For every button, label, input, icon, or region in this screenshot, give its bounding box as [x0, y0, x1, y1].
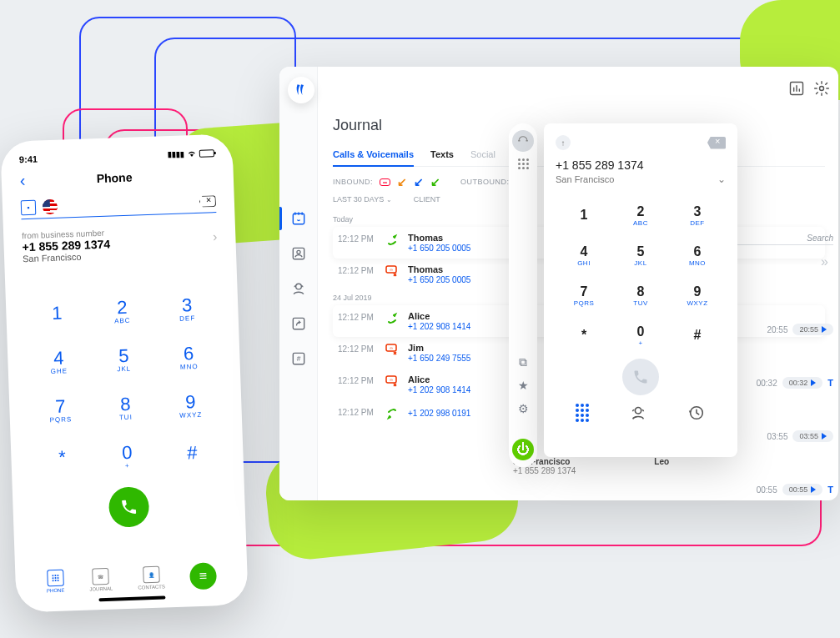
- svg-point-2: [57, 575, 58, 576]
- result-row[interactable]: 03:5503:55: [725, 430, 833, 442]
- key-8[interactable]: 8TUI: [92, 383, 158, 432]
- app-logo[interactable]: [288, 77, 314, 103]
- nav-phone[interactable]: PHONE: [46, 570, 64, 594]
- dialer-location: San Francisco: [556, 174, 614, 184]
- journal-icon: ☎: [93, 568, 110, 585]
- power-button[interactable]: ⏻: [512, 439, 534, 460]
- chevron-down-icon[interactable]: ⌄: [717, 173, 726, 185]
- svg-text:#: #: [296, 354, 300, 363]
- dkey-5[interactable]: 5JKL: [612, 237, 669, 274]
- key-2[interactable]: 2ABC: [88, 286, 155, 335]
- dkey-6[interactable]: 6MNO: [669, 237, 726, 274]
- result-row[interactable]: 00:3200:32T: [725, 377, 833, 389]
- search-link[interactable]: Search: [725, 234, 833, 245]
- status-icons: ▮▮▮▮: [168, 148, 214, 159]
- key-3[interactable]: 3DEF: [153, 284, 220, 333]
- voicemail-icon[interactable]: ∞: [380, 178, 390, 186]
- result-row[interactable]: 20:5520:55: [725, 324, 833, 335]
- dkey-3[interactable]: 3DEF: [669, 197, 726, 234]
- key-9[interactable]: 9WXYZ: [157, 380, 224, 430]
- call-button[interactable]: [108, 486, 150, 528]
- keypad-mode-icon[interactable]: [576, 404, 589, 422]
- call-button-disabled[interactable]: [622, 359, 659, 395]
- strip-keypad-icon[interactable]: [518, 158, 529, 169]
- number-input-row: ▪: [21, 193, 217, 219]
- sidebar-forward[interactable]: [289, 314, 309, 334]
- status-bar: 9:41 ▮▮▮▮: [19, 148, 214, 164]
- nav-journal[interactable]: ☎ JOURNAL: [89, 568, 113, 592]
- key-hash[interactable]: #: [158, 429, 225, 478]
- tab-social[interactable]: Social: [470, 149, 495, 159]
- keypad-icon: [47, 570, 64, 587]
- client-filter[interactable]: CLIENT: [414, 195, 440, 203]
- sidebar-journal[interactable]: [289, 208, 309, 229]
- svg-point-26: [635, 408, 641, 414]
- svg-rect-11: [293, 214, 304, 224]
- arrow-answered-icon[interactable]: ↙: [430, 175, 440, 188]
- voicemail-missed-icon: ∞: [385, 374, 400, 389]
- dkey-4[interactable]: 4GHI: [556, 237, 612, 274]
- backspace-button[interactable]: [199, 195, 216, 208]
- tab-texts[interactable]: Texts: [430, 149, 454, 159]
- svg-point-4: [54, 577, 56, 579]
- wifi-icon: [187, 149, 197, 158]
- mobile-dialer: 9:41 ▮▮▮▮ ‹ Phone ▪ from business number…: [0, 133, 249, 612]
- svg-point-7: [54, 580, 56, 581]
- collapse-icon[interactable]: ↑: [556, 135, 571, 150]
- number-input[interactable]: [64, 202, 193, 206]
- dkey-hash[interactable]: #: [669, 317, 726, 354]
- inbound-icon: [385, 406, 400, 421]
- svg-text:∞: ∞: [390, 345, 393, 350]
- backspace-button[interactable]: [707, 137, 726, 149]
- result-row[interactable]: 00:5500:55T: [725, 484, 833, 495]
- page-title: Phone: [25, 168, 204, 187]
- sidebar-support[interactable]: [289, 279, 309, 299]
- t-badge: T: [827, 378, 833, 388]
- stats-icon[interactable]: [788, 80, 805, 97]
- key-1[interactable]: 1: [23, 288, 90, 337]
- phone-header: ‹ Phone: [19, 164, 215, 190]
- key-6[interactable]: 6MNO: [155, 332, 222, 381]
- key-0[interactable]: 0+: [93, 431, 160, 480]
- sidebar-contacts[interactable]: [289, 244, 309, 264]
- dkey-1[interactable]: 1: [556, 197, 612, 234]
- svg-rect-24: [518, 140, 520, 142]
- svg-point-6: [52, 580, 53, 581]
- popout-icon[interactable]: ⧉: [515, 354, 531, 370]
- dkey-9[interactable]: 9WXYZ: [669, 277, 726, 314]
- dkey-7[interactable]: 7PQRS: [556, 277, 612, 314]
- contacts-icon: 👤: [143, 566, 160, 584]
- strip-phone-icon[interactable]: [512, 130, 534, 152]
- key-5[interactable]: 5JKL: [90, 334, 157, 384]
- headset-icon[interactable]: [629, 404, 647, 422]
- from-number-block[interactable]: from business number +1 855 289 1374 San…: [22, 219, 219, 274]
- tab-calls[interactable]: Calls & Voicemails: [333, 149, 414, 167]
- settings-icon[interactable]: [813, 80, 830, 97]
- arrow-missed-icon[interactable]: ↙: [397, 175, 407, 188]
- dkey-2[interactable]: 2ABC: [612, 197, 669, 234]
- nav-contacts[interactable]: 👤 CONTACTS: [138, 565, 166, 590]
- dkey-0[interactable]: 0+: [612, 317, 669, 354]
- star-icon[interactable]: ★: [515, 377, 531, 394]
- key-star[interactable]: *: [29, 433, 96, 482]
- gear-icon[interactable]: ⚙: [515, 400, 531, 417]
- key-4[interactable]: 4GHE: [25, 336, 92, 385]
- sidebar-keypad[interactable]: #: [289, 349, 309, 369]
- battery-icon: [199, 149, 214, 158]
- dialer-keypad: 1 2ABC 3DEF 4GHI 5JKL 6MNO 7PQRS 8TUV 9W…: [556, 197, 726, 354]
- dkey-8[interactable]: 8TUV: [612, 277, 669, 314]
- inbound-label: INBOUND:: [333, 178, 373, 186]
- flag-icon[interactable]: [43, 199, 58, 215]
- from-location: San Francisco: [23, 250, 111, 264]
- outbound-icon: [385, 233, 400, 248]
- dkey-star[interactable]: *: [556, 317, 612, 354]
- fab-menu[interactable]: ≡: [189, 562, 217, 590]
- date-filter[interactable]: LAST 30 DAYS ⌄: [333, 195, 392, 203]
- svg-point-0: [52, 575, 53, 576]
- play-icon: [811, 379, 816, 386]
- outbound-label: OUTBOUND:: [460, 178, 510, 186]
- contact-card-icon[interactable]: ▪: [21, 200, 37, 216]
- arrow-in-icon[interactable]: ↙: [414, 175, 424, 188]
- key-7[interactable]: 7PQRS: [28, 384, 94, 434]
- recent-icon[interactable]: [687, 404, 706, 422]
